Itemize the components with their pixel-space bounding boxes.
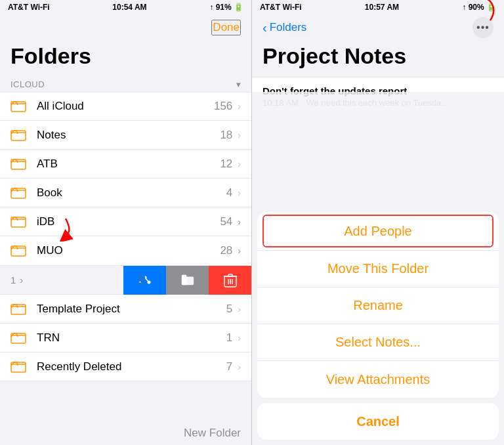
action-sheet-overlay: Add People Move This Folder Rename Selec… bbox=[252, 92, 504, 445]
swipe-buttons: 👤 bbox=[123, 266, 251, 295]
carrier-right: AT&T Wi-Fi bbox=[260, 3, 302, 12]
select-notes-label: Select Notes... bbox=[335, 335, 421, 350]
back-label: Folders bbox=[270, 21, 307, 34]
icloud-section-header: ICLOUD ▾ bbox=[0, 74, 251, 92]
folder-count-all-icloud: 156 bbox=[214, 100, 232, 113]
svg-rect-15 bbox=[181, 275, 186, 278]
move-this-folder-label: Move This Folder bbox=[327, 261, 429, 276]
folder-count-template: 5 bbox=[226, 303, 232, 316]
folder-icon-template bbox=[10, 302, 29, 316]
swipe-page-indicator: 1 › bbox=[0, 266, 123, 294]
move-this-folder-button[interactable]: Move This Folder bbox=[257, 251, 499, 287]
add-people-label: Add People bbox=[344, 224, 411, 239]
icloud-chevron[interactable]: ▾ bbox=[236, 79, 242, 89]
folder-item-template-project[interactable]: Template Project 5 › bbox=[0, 295, 251, 324]
chevron-muo: › bbox=[238, 245, 241, 256]
folder-icon-idb bbox=[10, 215, 29, 229]
right-panel: AT&T Wi-Fi 10:57 AM ↑ 90% 🔋 ‹ Folders ••… bbox=[252, 0, 504, 445]
add-people-wrapper: Add People bbox=[257, 212, 499, 251]
rename-label: Rename bbox=[353, 298, 403, 313]
chevron-book: › bbox=[238, 188, 241, 198]
back-chevron-icon: ‹ bbox=[262, 20, 267, 35]
folder-count-atb: 12 bbox=[220, 158, 232, 171]
action-sheet-main-group: Add People Move This Folder Rename Selec… bbox=[257, 212, 499, 398]
carrier-left: AT&T Wi-Fi bbox=[8, 3, 50, 12]
svg-text:👤: 👤 bbox=[138, 274, 148, 286]
folder-count-notes: 18 bbox=[220, 129, 232, 142]
add-people-button[interactable]: Add People bbox=[262, 215, 494, 247]
folder-count-book: 4 bbox=[226, 186, 232, 200]
time-right: 10:57 AM bbox=[365, 3, 399, 12]
folder-count-muo: 28 bbox=[220, 244, 232, 257]
folder-icon-deleted bbox=[10, 360, 29, 374]
action-sheet: Add People Move This Folder Rename Selec… bbox=[257, 212, 499, 440]
folder-item-atb[interactable]: ATB 12 › bbox=[0, 150, 251, 179]
folder-name-deleted: Recently Deleted bbox=[37, 360, 226, 373]
folder-item-all-icloud[interactable]: All iCloud 156 › bbox=[0, 92, 251, 121]
share-button[interactable]: 👤 bbox=[123, 266, 166, 295]
delete-button[interactable] bbox=[209, 266, 251, 295]
move-button[interactable] bbox=[166, 266, 209, 295]
folder-name-book: Book bbox=[37, 186, 226, 200]
nav-bar-left: Done bbox=[0, 14, 251, 43]
battery-right: ↑ 90% 🔋 bbox=[462, 3, 496, 12]
folder-icon-book bbox=[10, 186, 29, 200]
page-num: 1 bbox=[10, 274, 16, 286]
page-chevron: › bbox=[20, 274, 23, 286]
folder-icon-muo bbox=[10, 244, 29, 258]
folder-count-idb: 54 bbox=[220, 215, 232, 228]
action-sheet-cancel-group: Cancel bbox=[257, 403, 499, 440]
folder-item-muo-row: MUO 28 › bbox=[0, 236, 251, 266]
folder-item-recently-deleted[interactable]: Recently Deleted 7 › bbox=[0, 352, 251, 381]
view-attachments-label: View Attachments bbox=[326, 372, 430, 387]
swipe-actions-row: 1 › 👤 bbox=[0, 266, 251, 295]
new-folder-button[interactable]: New Folder bbox=[184, 427, 241, 440]
folder-name-notes: Notes bbox=[37, 129, 220, 142]
chevron-deleted: › bbox=[238, 362, 241, 372]
back-button[interactable]: ‹ Folders bbox=[262, 20, 306, 35]
left-panel: AT&T Wi-Fi 10:54 AM ↑ 91% 🔋 Done Folders… bbox=[0, 0, 252, 445]
project-notes-title: Project Notes bbox=[252, 43, 504, 77]
view-attachments-button[interactable]: View Attachments bbox=[257, 361, 499, 398]
status-bar-right: AT&T Wi-Fi 10:57 AM ↑ 90% 🔋 bbox=[252, 0, 504, 14]
folder-name-muo: MUO bbox=[37, 244, 220, 257]
folder-group-main: All iCloud 156 › Notes 18 › ATB 12 bbox=[0, 92, 251, 381]
folder-name-all-icloud: All iCloud bbox=[37, 100, 214, 113]
folder-item-notes[interactable]: Notes 18 › bbox=[0, 121, 251, 150]
muo-folder-content[interactable]: MUO 28 › bbox=[0, 236, 251, 265]
chevron-template: › bbox=[238, 304, 241, 314]
done-button[interactable]: Done bbox=[211, 20, 241, 35]
folder-icon-trn bbox=[10, 331, 29, 345]
folder-count-deleted: 7 bbox=[226, 360, 232, 373]
chevron-atb: › bbox=[238, 159, 241, 169]
folder-count-trn: 1 bbox=[226, 331, 232, 345]
time-left: 10:54 AM bbox=[112, 3, 146, 12]
svg-rect-14 bbox=[181, 277, 186, 286]
chevron-notes: › bbox=[238, 130, 241, 140]
cancel-button[interactable]: Cancel bbox=[257, 403, 499, 440]
folder-icon-all-icloud bbox=[10, 99, 29, 114]
folder-name-trn: TRN bbox=[37, 331, 226, 345]
icloud-label: ICLOUD bbox=[10, 79, 45, 89]
chevron-idb: › bbox=[238, 217, 241, 227]
new-folder-bar: New Folder bbox=[0, 421, 251, 445]
select-notes-button[interactable]: Select Notes... bbox=[257, 324, 499, 361]
more-icon: ••• bbox=[476, 22, 490, 33]
chevron-all-icloud: › bbox=[238, 101, 241, 112]
folder-icon-atb bbox=[10, 157, 29, 171]
folder-item-book[interactable]: Book 4 › bbox=[0, 179, 251, 207]
arrow-indicator bbox=[52, 215, 79, 244]
chevron-trn: › bbox=[238, 333, 241, 343]
folder-icon-notes bbox=[10, 128, 29, 142]
folder-item-trn[interactable]: TRN 1 › bbox=[0, 324, 251, 352]
folder-name-atb: ATB bbox=[37, 158, 220, 171]
status-bar-left: AT&T Wi-Fi 10:54 AM ↑ 91% 🔋 bbox=[0, 0, 251, 14]
nav-bar-right: ‹ Folders ••• bbox=[252, 14, 504, 43]
battery-left: ↑ 91% 🔋 bbox=[209, 3, 243, 12]
folder-list: All iCloud 156 › Notes 18 › ATB 12 bbox=[0, 92, 251, 421]
cancel-label: Cancel bbox=[356, 414, 400, 429]
rename-button[interactable]: Rename bbox=[257, 287, 499, 324]
folder-name-template: Template Project bbox=[37, 303, 226, 316]
more-button[interactable]: ••• bbox=[472, 17, 494, 38]
folder-item-idb[interactable]: iDB 54 › bbox=[0, 207, 251, 236]
